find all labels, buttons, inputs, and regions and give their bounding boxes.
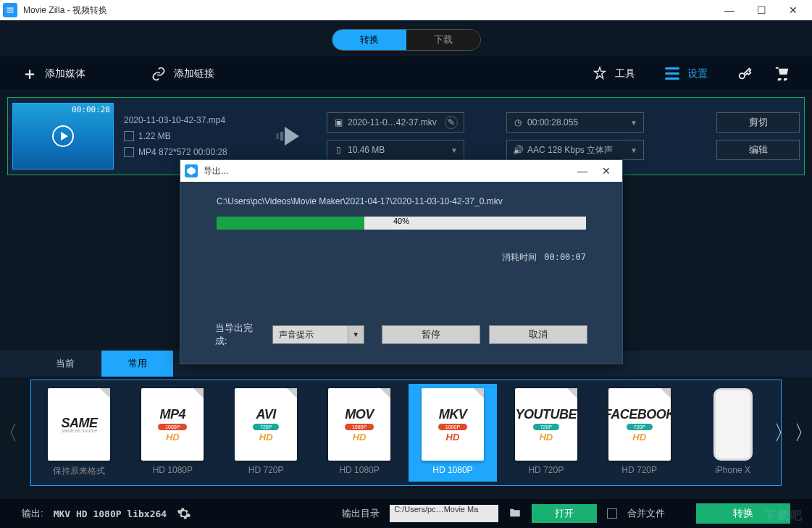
next-arrow[interactable]: 〉〉 — [782, 390, 806, 477]
tab-common[interactable]: 常用 — [101, 351, 174, 377]
format-label: HD 720P — [248, 465, 284, 475]
outdir-label: 输出目录 — [342, 507, 380, 520]
edit-button[interactable]: 编辑 — [716, 140, 800, 160]
merge-label: 合并文件 — [627, 507, 665, 520]
settings-button[interactable]: 设置 — [664, 66, 708, 82]
tab-current[interactable]: 当前 — [29, 351, 101, 377]
res-badge: 1080P — [438, 424, 467, 430]
format-panel: 当前 常用 〈〈 SAMEsame as source保持原来格式MP41080… — [0, 351, 812, 499]
output-size-select[interactable]: ▯ 10.46 MB ▼ — [327, 140, 464, 160]
svg-point-2 — [785, 77, 787, 80]
format-card-mkv[interactable]: MKV1080PHDHD 1080P — [409, 384, 498, 482]
clock-icon: ◷ — [513, 117, 523, 127]
gear-icon[interactable] — [177, 506, 191, 521]
dialog-close-button[interactable]: ✕ — [602, 165, 611, 177]
page-icon: MP41080PHD — [141, 388, 204, 461]
chevron-down-icon: ▼ — [348, 326, 364, 343]
on-complete-label: 当导出完成: — [215, 322, 264, 348]
minimize-button[interactable]: — — [722, 4, 737, 16]
svg-rect-4 — [280, 132, 283, 141]
format-sub: same as source — [62, 428, 97, 433]
play-icon[interactable] — [52, 125, 74, 147]
phone-icon — [713, 388, 753, 461]
key-button[interactable] — [737, 66, 753, 82]
key-icon — [737, 66, 753, 82]
cancel-button[interactable]: 取消 — [489, 325, 587, 344]
merge-checkbox[interactable] — [607, 508, 617, 519]
app-icon — [185, 164, 198, 177]
output-size-value: 10.46 MB — [348, 145, 385, 155]
format-list: SAMEsame as source保持原来格式MP41080PHDHD 108… — [30, 380, 782, 486]
on-complete-select[interactable]: 声音提示 ▼ — [272, 325, 364, 344]
format-card-phone[interactable]: iPhone X — [688, 384, 777, 482]
dialog-titlebar: 导出... — ✕ — [180, 160, 622, 182]
format-card-same[interactable]: SAMEsame as source保持原来格式 — [35, 384, 124, 482]
duration-select[interactable]: ◷ 00:00:28.055 ▼ — [506, 112, 644, 133]
audio-select[interactable]: 🔊 AAC 128 Kbps 立体声 ▼ — [506, 140, 644, 160]
folder-icon[interactable] — [508, 506, 522, 521]
cart-button[interactable] — [774, 66, 790, 82]
progress-percent: 40% — [393, 217, 409, 225]
chevron-down-icon: ▼ — [451, 146, 458, 154]
plus-icon: ＋ — [22, 66, 38, 82]
cut-button[interactable]: 剪切 — [716, 112, 800, 133]
format-card-avi[interactable]: AVI720PHDHD 720P — [222, 384, 311, 482]
page-icon: AVI720PHD — [235, 388, 297, 461]
hd-badge: HD — [259, 432, 273, 443]
hd-badge: HD — [632, 432, 646, 443]
format-name: MOV — [345, 407, 374, 422]
svg-rect-3 — [276, 133, 279, 139]
add-link-button[interactable]: 添加链接 — [151, 66, 214, 82]
file-icon — [124, 131, 134, 141]
format-card-facebook[interactable]: FACEBOOK720PHDHD 720P — [595, 384, 684, 482]
format-label: iPhone X — [715, 465, 750, 475]
format-card-mp4[interactable]: MP41080PHDHD 1080P — [128, 384, 217, 482]
page-icon: FACEBOOK720PHD — [608, 388, 671, 461]
thumbnail[interactable]: 00:00:28 — [12, 103, 114, 169]
pause-button[interactable]: 暂停 — [382, 325, 480, 344]
hd-badge: HD — [353, 432, 367, 443]
duration-value: 00:00:28.055 — [527, 117, 578, 127]
hd-badge: HD — [446, 432, 460, 443]
dialog-minimize-button[interactable]: — — [577, 165, 587, 177]
pencil-icon[interactable]: ✎ — [445, 116, 458, 129]
add-media-button[interactable]: ＋ 添加媒体 — [22, 66, 85, 82]
format-name: AVI — [256, 407, 276, 422]
open-button[interactable]: 打开 — [532, 504, 597, 523]
svg-point-0 — [740, 73, 745, 78]
res-badge: 1080P — [345, 424, 374, 430]
tab-convert[interactable]: 转换 — [332, 30, 406, 50]
format-card-youtube[interactable]: YOUTUBE720PHDHD 720P — [501, 384, 590, 482]
svg-point-1 — [779, 77, 782, 80]
elapsed-value: 00:00:07 — [544, 252, 586, 262]
tab-download[interactable]: 下载 — [406, 30, 480, 50]
film-icon: ▣ — [333, 117, 343, 127]
maximize-button[interactable]: ☐ — [754, 4, 769, 16]
format-label: HD 1080P — [153, 465, 193, 475]
format-label: HD 720P — [621, 465, 657, 475]
format-name: FACEBOOK — [604, 407, 675, 422]
format-label: 保持原来格式 — [53, 465, 105, 477]
page-icon: MKV1080PHD — [422, 388, 484, 461]
filename: 2020-11-03-10-42-37.mp4 — [124, 115, 261, 125]
add-link-label: 添加链接 — [174, 67, 214, 80]
filesize: 1.22 MB — [138, 131, 171, 141]
res-badge: 720P — [627, 424, 653, 430]
hd-badge: HD — [539, 432, 553, 443]
elapsed-label: 消耗时间 — [502, 252, 537, 262]
format-name: YOUTUBE — [516, 407, 577, 422]
outdir-field[interactable]: C:/Users/pc…Movie Ma — [390, 505, 498, 522]
thumb-duration: 00:00:28 — [72, 105, 110, 114]
chevron-down-icon: ▼ — [630, 119, 637, 127]
prev-arrow[interactable]: 〈〈 — [6, 390, 30, 477]
page-icon: MOV1080PHD — [328, 388, 390, 461]
tools-button[interactable]: 工具 — [592, 66, 635, 82]
close-button[interactable]: ✕ — [786, 4, 800, 16]
res-badge: 720P — [253, 424, 279, 430]
link-icon — [151, 66, 167, 82]
output-file-select[interactable]: ▣ 2020-11-0…42-37.mkv ✎ — [327, 112, 464, 133]
export-dialog: 导出... — ✕ C:\Users\pc\Videos\Movie Maker… — [180, 159, 623, 364]
format-label: HD 720P — [528, 465, 564, 475]
app-icon — [3, 3, 17, 17]
format-card-mov[interactable]: MOV1080PHDHD 1080P — [315, 384, 404, 482]
